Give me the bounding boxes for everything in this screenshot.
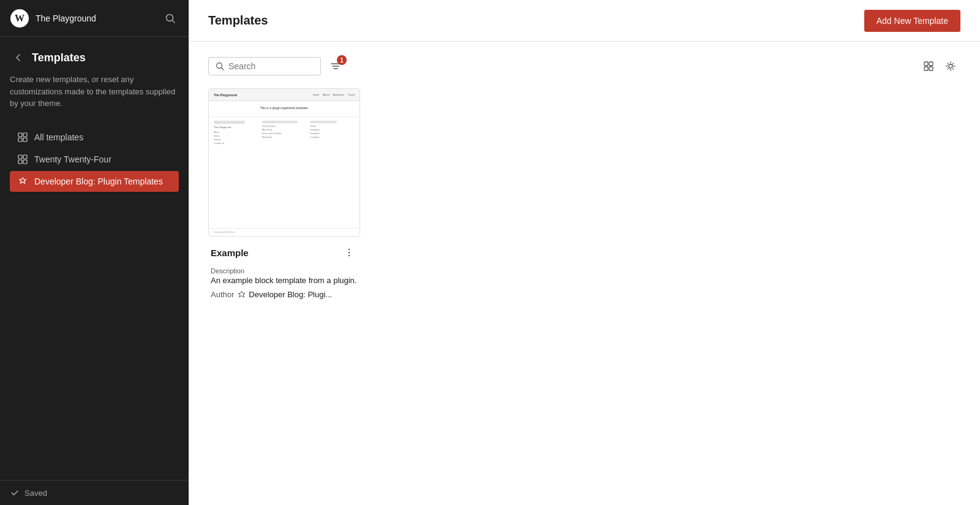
plugin-icon <box>17 176 28 187</box>
template-name: Example <box>211 248 249 258</box>
author-name: Developer Blog: Plugi... <box>249 290 332 299</box>
svg-rect-8 <box>18 155 22 159</box>
site-name: The Playground <box>36 13 156 23</box>
nav-ttf-label: Twenty Twenty-Four <box>34 154 111 164</box>
svg-rect-9 <box>23 155 27 159</box>
templates-grid: The Playground Home About Adventure Trav… <box>208 88 960 302</box>
back-button[interactable] <box>10 49 27 66</box>
page-title: Templates <box>208 13 268 28</box>
svg-line-13 <box>222 68 224 70</box>
nav-all-templates[interactable]: All templates <box>10 127 179 148</box>
add-new-template-button[interactable]: Add New Template <box>864 10 960 32</box>
svg-rect-11 <box>23 160 27 164</box>
author-section: Author Developer Blog: Plugi... <box>211 290 358 299</box>
template-description-section: Description An example block template fr… <box>211 267 358 285</box>
template-card: The Playground Home About Adventure Trav… <box>208 88 360 302</box>
svg-point-21 <box>949 64 952 68</box>
nav-twenty-twenty-four[interactable]: Twenty Twenty-Four <box>10 149 179 170</box>
settings-view-button[interactable] <box>941 56 960 76</box>
settings-icon <box>945 61 956 72</box>
filter-badge: 1 <box>337 55 347 65</box>
template-menu-button[interactable] <box>341 244 358 261</box>
toolbar: 1 <box>208 56 960 76</box>
wp-logo: W <box>10 9 29 28</box>
svg-rect-18 <box>929 62 933 66</box>
templates-icon-all <box>17 132 28 143</box>
svg-rect-6 <box>18 138 22 142</box>
description-label: Description <box>211 267 358 275</box>
templates-icon-ttf <box>17 154 28 165</box>
plugin-author-icon <box>238 290 246 298</box>
filter-button[interactable]: 1 <box>326 56 345 76</box>
template-preview[interactable]: The Playground Home About Adventure Trav… <box>208 88 360 237</box>
search-icon-top[interactable] <box>162 10 179 27</box>
svg-text:W: W <box>15 13 24 23</box>
svg-point-22 <box>349 249 350 250</box>
sidebar-description: Create new templates, or reset any custo… <box>10 74 179 110</box>
more-icon <box>344 247 355 258</box>
svg-rect-5 <box>23 133 27 137</box>
sidebar-title: Templates <box>32 51 86 64</box>
saved-label: Saved <box>24 488 47 498</box>
grid-view-button[interactable] <box>919 56 938 76</box>
nav-developer-blog[interactable]: Developer Blog: Plugin Templates <box>10 171 179 192</box>
saved-status: Saved <box>0 480 189 505</box>
search-input[interactable] <box>228 61 314 71</box>
svg-point-23 <box>349 252 350 253</box>
svg-rect-19 <box>924 67 928 70</box>
svg-rect-20 <box>929 67 933 70</box>
svg-point-2 <box>167 14 173 21</box>
svg-point-24 <box>349 255 350 256</box>
search-box[interactable] <box>208 57 321 75</box>
search-icon <box>215 61 225 71</box>
author-label: Author <box>211 290 234 299</box>
svg-rect-4 <box>18 133 22 137</box>
grid-icon <box>923 61 934 72</box>
nav-all-templates-label: All templates <box>34 132 83 142</box>
svg-rect-17 <box>924 62 928 66</box>
template-description: An example block template from a plugin. <box>211 276 358 285</box>
svg-line-3 <box>173 20 175 23</box>
nav-developer-blog-label: Developer Blog: Plugin Templates <box>34 177 163 186</box>
check-icon <box>10 488 20 498</box>
svg-rect-7 <box>23 138 27 142</box>
svg-rect-10 <box>18 160 22 164</box>
